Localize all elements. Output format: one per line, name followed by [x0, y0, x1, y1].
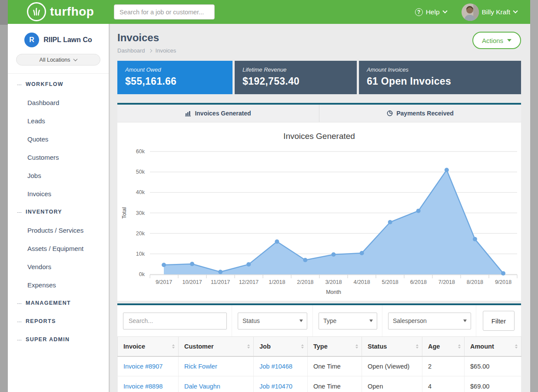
nav-section-reports[interactable]: ---REPORTS — [8, 312, 109, 330]
chart-card: Invoices Generated Payments Received Inv… — [117, 103, 521, 301]
help-menu[interactable]: Help — [426, 8, 440, 16]
stat-label: Amount Owed — [125, 66, 225, 73]
svg-text:3/2018: 3/2018 — [325, 279, 342, 285]
nav-section-inventory[interactable]: ---INVENTORY — [8, 203, 109, 221]
left-scrollbar-thumb[interactable] — [0, 0, 8, 25]
sidebar-item-assets-equipment[interactable]: Assets / Equipment — [8, 239, 109, 257]
dashes-icon: --- — [17, 209, 22, 214]
sidebar-item-invoices[interactable]: Invoices — [8, 184, 109, 203]
chevron-down-icon[interactable] — [513, 8, 518, 13]
svg-text:1/2018: 1/2018 — [269, 279, 285, 285]
nav-section-super-admin[interactable]: ---SUPER ADMIN — [8, 330, 109, 349]
sort-icon[interactable] — [247, 344, 250, 349]
filter-bar: Status Type Salesperson Filter — [117, 305, 521, 336]
status-select[interactable]: Status — [238, 313, 307, 329]
right-scrollbar[interactable] — [530, 0, 538, 392]
dashes-icon: --- — [17, 337, 22, 342]
svg-text:Total: Total — [121, 207, 127, 218]
help-icon: ? — [415, 8, 423, 16]
col-customer[interactable]: Customer — [179, 337, 254, 356]
svg-text:60k: 60k — [136, 148, 145, 155]
nav-section-management[interactable]: ---MANAGEMENT — [8, 294, 109, 312]
table-row: Invoice #8907 Rick Fowler Job #10468 One… — [118, 356, 521, 376]
sort-icon[interactable] — [458, 344, 461, 349]
sort-icon[interactable] — [172, 344, 175, 349]
company-header: R RIIPL Lawn Co — [8, 24, 109, 47]
sidebar-item-quotes[interactable]: Quotes — [8, 130, 109, 148]
col-age[interactable]: Age — [422, 337, 465, 356]
dashes-icon: --- — [17, 82, 22, 87]
col-job[interactable]: Job — [254, 337, 308, 356]
bar-chart-icon — [185, 110, 191, 116]
user-name[interactable]: Billy Kraft — [482, 8, 510, 16]
svg-text:2/2018: 2/2018 — [297, 279, 313, 285]
sidebar: R RIIPL Lawn Co All Locations ---WORKFLO… — [8, 24, 110, 392]
left-scrollbar[interactable] — [0, 0, 8, 392]
actions-button[interactable]: Actions — [472, 32, 521, 49]
table-search-input[interactable] — [123, 313, 227, 329]
table-header-row: Invoice Customer Job Type Status Age Amo… — [118, 337, 521, 356]
col-invoice[interactable]: Invoice — [118, 337, 179, 356]
dashes-icon: --- — [17, 300, 22, 306]
age-cell: 4 — [422, 376, 465, 392]
sidebar-nav: ---WORKFLOW Dashboard Leads Quotes Custo… — [8, 74, 109, 349]
customer-link[interactable]: Dale Vaughn — [184, 383, 220, 390]
chevron-down-icon — [73, 57, 78, 61]
svg-text:6/2018: 6/2018 — [410, 279, 427, 285]
svg-text:9/2018: 9/2018 — [495, 279, 511, 285]
tab-payments-received[interactable]: Payments Received — [319, 105, 521, 122]
svg-text:7/2018: 7/2018 — [438, 279, 455, 285]
tab-invoices-generated[interactable]: Invoices Generated — [117, 105, 319, 122]
svg-text:8/2018: 8/2018 — [467, 279, 483, 285]
chevron-down-icon[interactable] — [442, 8, 447, 13]
col-status[interactable]: Status — [362, 337, 422, 356]
sidebar-item-leads[interactable]: Leads — [8, 112, 109, 130]
user-avatar[interactable] — [462, 3, 479, 21]
stat-lifetime-revenue: Lifetime Revenue $192,753.40 — [235, 61, 357, 94]
svg-text:30k: 30k — [136, 210, 145, 216]
grass-logo-icon — [27, 2, 46, 21]
breadcrumb: Dashboard Invoices — [117, 47, 521, 54]
nav-section-workflow[interactable]: ---WORKFLOW — [8, 75, 109, 93]
col-type[interactable]: Type — [308, 337, 362, 356]
global-search-input[interactable] — [114, 4, 215, 20]
sidebar-item-customers[interactable]: Customers — [8, 148, 109, 166]
filter-button[interactable]: Filter — [483, 311, 515, 331]
chevron-right-icon — [148, 49, 152, 52]
sort-icon[interactable] — [301, 344, 304, 349]
location-selector[interactable]: All Locations — [16, 54, 100, 66]
age-cell: 2 — [422, 356, 465, 376]
svg-text:0k: 0k — [139, 271, 145, 277]
svg-text:4/2018: 4/2018 — [353, 279, 370, 285]
status-cell: Open — [362, 376, 422, 392]
sort-icon[interactable] — [515, 344, 518, 349]
customer-link[interactable]: Rick Fowler — [184, 363, 217, 370]
salesperson-select[interactable]: Salesperson — [388, 313, 471, 329]
invoice-link[interactable]: Invoice #8907 — [123, 363, 163, 370]
invoices-chart: 0k10k20k30k40k50k60k9/201710/201711/2017… — [117, 142, 521, 302]
stat-value: $192,753.40 — [242, 76, 349, 87]
status-cell: Open (Viewed) — [362, 356, 422, 376]
sidebar-item-dashboard[interactable]: Dashboard — [8, 93, 109, 112]
job-link[interactable]: Job #10470 — [259, 383, 292, 390]
invoice-link[interactable]: Invoice #8898 — [123, 383, 163, 390]
amount-cell: $69.00 — [465, 376, 521, 392]
sort-icon[interactable] — [355, 344, 358, 349]
sort-icon[interactable] — [416, 344, 418, 349]
breadcrumb-dashboard[interactable]: Dashboard — [117, 47, 145, 54]
sidebar-item-expenses[interactable]: Expenses — [8, 276, 109, 294]
sidebar-item-products-services[interactable]: Products / Services — [8, 221, 109, 239]
turfhop-logo[interactable]: turfhop — [27, 2, 94, 21]
stat-value: $55,161.66 — [125, 76, 225, 87]
svg-text:11/2017: 11/2017 — [211, 279, 230, 285]
svg-text:10k: 10k — [136, 251, 145, 257]
type-cell: One Time — [308, 376, 362, 392]
sidebar-item-vendors[interactable]: Vendors — [8, 257, 109, 276]
job-link[interactable]: Job #10468 — [259, 363, 292, 370]
invoices-table-card: Status Type Salesperson Filter — [117, 303, 521, 392]
col-amount[interactable]: Amount — [465, 337, 521, 356]
location-selector-label: All Locations — [40, 57, 70, 63]
breadcrumb-invoices: Invoices — [156, 47, 176, 54]
sidebar-item-jobs[interactable]: Jobs — [8, 166, 109, 184]
type-select[interactable]: Type — [319, 313, 377, 329]
